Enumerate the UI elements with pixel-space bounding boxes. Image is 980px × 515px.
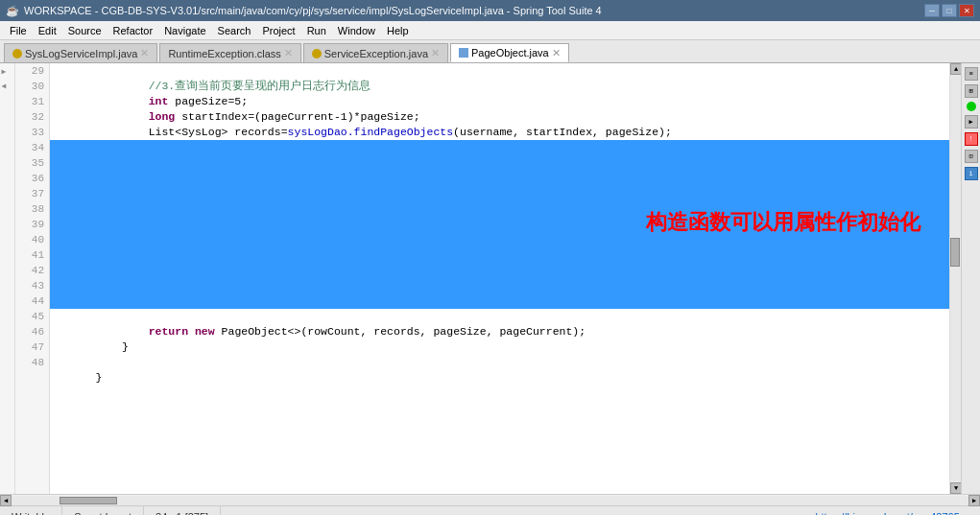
line-num-37: 37 [15,186,49,201]
tab-bar: SysLogServiceImpl.java ✕ RuntimeExceptio… [0,40,980,63]
horizontal-scrollbar[interactable]: ◀ ▶ [0,494,980,505]
panel-icon-6[interactable]: i [965,167,978,180]
panel-icon-3[interactable]: ▶ [965,115,978,129]
h-scroll-thumb[interactable] [60,497,117,504]
tab-pageobj[interactable]: PageObject.java ✕ [450,43,569,62]
right-panel: ≡ ⊞ ▶ ! ⊡ i [961,63,980,494]
code-line-30: int pageSize=5; [50,79,949,94]
line-num-29: 29 [15,63,49,79]
minimize-button[interactable]: ─ [924,4,940,17]
tab-syslog[interactable]: SysLogServiceImpl.java ✕ [4,43,157,62]
line-num-45: 45 [15,309,49,324]
code-line-34: // PageObject<SysLog> pageObject=new Pag… [50,140,949,155]
line-num-46: 46 [15,324,49,339]
tab-close-icon2: ✕ [431,47,440,59]
line-num-39: 39 [15,217,49,232]
panel-icon-1[interactable]: ≡ [965,67,978,81]
cursor-position-status: 34 : 1 [375] [144,506,221,515]
scroll-track[interactable] [950,75,961,482]
code-line-31: long startIndex=(pageCurrent-1)*pageSize… [50,94,949,109]
menu-project[interactable]: Project [256,21,300,39]
tab-runtime-label: RuntimeException.class [168,48,280,59]
line-num-35: 35 [15,155,49,171]
line-num-42: 42 [15,263,49,278]
cn-annotation: 构造函数可以用属性作初始化 [646,215,920,230]
menu-navigate[interactable]: Navigate [158,21,211,39]
app-icon: ☕ [6,5,19,17]
status-bar: Writable Smart Insert 34 : 1 [375] https… [0,505,980,515]
code-line-36: // pageObject.setRecords(records); [50,171,949,186]
close-button[interactable]: ✕ [959,4,974,17]
editor-container: ▶ ◀ 29 30 31 32 33 34 35 36 37 38 39 40 … [0,63,980,494]
line-num-30: 30 [15,79,49,94]
menu-bar: File Edit Source Refactor Navigate Searc… [0,21,980,40]
vertical-scrollbar[interactable]: ▲ ▼ [949,63,961,494]
line-num-31: 31 [15,94,49,109]
menu-refactor[interactable]: Refactor [108,21,159,39]
window-title: WORKSPACE - CGB-DB-SYS-V3.01/src/main/ja… [24,5,924,16]
code-editor[interactable]: //3.查询当前页要呈现的用户日志行为信息 int pageSize=5; lo… [50,63,949,494]
java-icon [12,49,22,59]
bookmark-icon[interactable]: ▶ [2,67,13,79]
scroll-left-button[interactable]: ◀ [0,495,12,506]
code-line-46: } [50,324,949,339]
tab-close-icon: ✕ [284,47,293,59]
tab-syslog-label: SysLogServiceImpl.java [25,48,137,59]
java-icon2 [312,49,322,59]
line-num-36: 36 [15,171,49,186]
green-status-dot [967,102,976,111]
cursor-position-label: 34 : 1 [375] [155,511,208,516]
code-line-41: // ✳天灵北心0·框目修改工具集 pageCount++; [50,247,949,263]
code-line-39: // long pageCount=rowCount/pageSize; 构造函… [50,217,949,232]
code-line-33: //4.封装两次查询结果并返回 [50,125,949,140]
tab-modified-icon: ✕ [140,47,149,59]
status-link[interactable]: https://bing.csdn.net/qq_43765... [815,511,968,516]
line-num-38: 38 [15,201,49,217]
tab-serviceex[interactable]: ServiceException.java ✕ [303,43,448,62]
line-num-44: 44 [15,293,49,309]
code-line-29: //3.查询当前页要呈现的用户日志行为信息 [50,63,949,79]
page-icon [459,48,468,58]
code-line-44: // return pageObject; [50,293,949,309]
tab-runtime[interactable]: RuntimeException.class ✕ [159,43,300,62]
code-line-38: // pageObject.setPageSize(pageSize); [50,201,949,217]
code-line-32: List<SysLog> records=sysLogDao.findPageO… [50,109,949,125]
panel-icon-2[interactable]: ⊞ [965,84,978,98]
link-section: https://bing.csdn.net/qq_43765... [803,506,980,515]
menu-file[interactable]: File [4,21,33,39]
menu-edit[interactable]: Edit [33,21,62,39]
tab-pageobj-label: PageObject.java [471,47,549,59]
menu-run[interactable]: Run [301,21,332,39]
scroll-thumb[interactable] [950,238,960,267]
panel-icon-5[interactable]: ⊡ [965,150,978,163]
code-line-45: return new PageObject<>(rowCount, record… [50,309,949,324]
line-num-40: 40 [15,232,49,247]
line-num-43: 43 [15,278,49,293]
line-num-47: 47 [15,339,49,355]
insert-mode-status: Smart Insert [62,506,144,515]
code-line-47 [50,339,949,355]
insert-mode-label: Smart Insert [74,511,131,516]
tab-serviceex-label: ServiceException.java [324,48,428,59]
title-bar: ☕ WORKSPACE - CGB-DB-SYS-V3.01/src/main/… [0,0,980,21]
scroll-right-button[interactable]: ▶ [968,495,980,506]
menu-window[interactable]: Window [332,21,381,39]
menu-source[interactable]: Source [62,21,108,39]
tab-close-icon3: ✕ [552,47,561,59]
writable-status: Writable [0,506,62,515]
window-controls: ─ □ ✕ [924,4,974,17]
collapse-icon[interactable]: ◀ [2,82,13,93]
line-num-48: 48 [15,355,49,370]
left-icons-bar: ▶ ◀ [0,63,15,494]
code-line-37: // pageObject.setPageCurrent(pageCurrent… [50,186,949,201]
line-num-33: 33 [15,125,49,140]
line-num-34: 34 [15,140,49,155]
line-numbers: 29 30 31 32 33 34 35 36 37 38 39 40 41 4… [15,63,50,494]
maximize-button[interactable]: □ [942,4,957,17]
code-line-42: // } [50,263,949,278]
menu-help[interactable]: Help [381,21,415,39]
panel-icon-4[interactable]: ! [965,132,978,146]
menu-search[interactable]: Search [212,21,257,39]
writable-label: Writable [12,511,50,516]
h-scroll-track[interactable] [12,496,968,505]
